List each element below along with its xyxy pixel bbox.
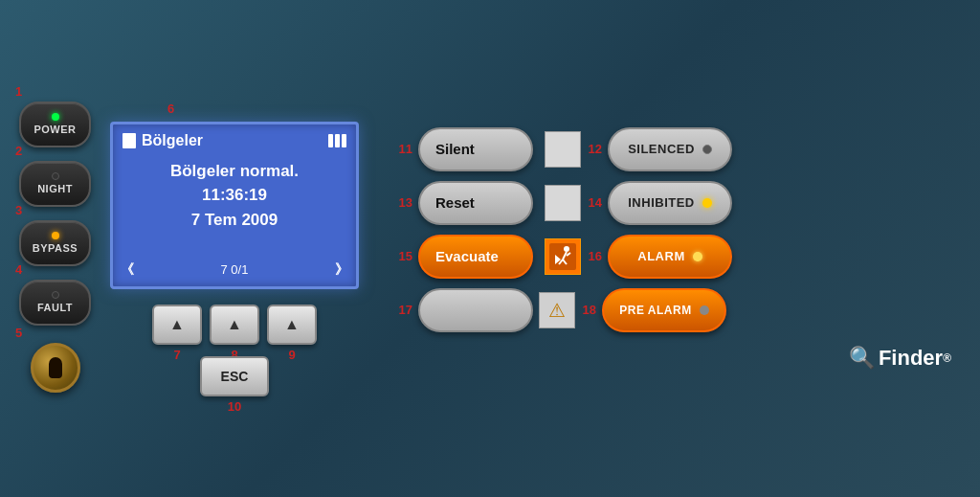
- lcd-signal-bars: [328, 134, 346, 147]
- nav-btn-9-number: 9: [288, 348, 295, 362]
- bypass-led: [52, 232, 59, 239]
- nav-section: ▲ 7 ▲ 8 ▲ 9 ESC 10: [152, 305, 317, 396]
- silenced-label: SILENCED: [628, 142, 695, 156]
- night-number: 2: [15, 144, 22, 158]
- lcd-arrows-right: 》: [335, 261, 348, 279]
- warning-icon-box: ⚠: [539, 292, 575, 328]
- pre-alarm-row: 17 ⚠ 18 PRE ALARM: [397, 288, 961, 332]
- nav-up-2-button[interactable]: ▲: [210, 305, 259, 345]
- pre-alarm-label: PRE ALARM: [619, 304, 691, 317]
- power-label: POWER: [33, 124, 76, 135]
- key-hole: [49, 357, 62, 378]
- alarm-pill: ALARM: [608, 235, 732, 279]
- fault-button-wrapper: 4 FAULT: [19, 280, 91, 326]
- pre-alarm-button[interactable]: [418, 288, 533, 332]
- inhibited-pill-number: 14: [587, 195, 602, 210]
- silent-btn-number: 11: [397, 142, 412, 156]
- power-button-wrapper: 1 POWER: [19, 102, 91, 147]
- night-label: NIGHT: [37, 183, 73, 194]
- nav-btn-8-wrapper: ▲ 8: [210, 305, 259, 345]
- bypass-button[interactable]: BYPASS: [19, 220, 91, 266]
- nav-button-row: ▲ 7 ▲ 8 ▲ 9: [152, 305, 317, 345]
- lcd-bar-1: [328, 134, 333, 147]
- alarm-pill-number: 16: [587, 249, 602, 263]
- alarm-label: ALARM: [637, 249, 684, 263]
- reset-indicator-square: [545, 185, 581, 221]
- silenced-pill: SILENCED: [608, 127, 732, 171]
- pre-alarm-led: [700, 305, 709, 315]
- reset-row: 13 Reset 14 INHIBITED: [397, 181, 961, 225]
- alarm-led: [693, 252, 702, 261]
- key-switch-container: 5: [19, 339, 91, 396]
- lcd-bar-3: [342, 134, 346, 147]
- key-switch-number: 5: [15, 326, 22, 340]
- evacuate-btn-number: 15: [397, 249, 412, 263]
- night-button[interactable]: NIGHT: [19, 161, 91, 207]
- fault-led: [52, 291, 59, 299]
- silent-indicator-square: [545, 131, 581, 168]
- evacuate-label: Evacuate: [435, 248, 499, 264]
- silenced-pill-number: 12: [587, 142, 602, 156]
- main-panel: 1 POWER 2 NIGHT 3 BYPASS 4 FAULT: [0, 0, 980, 497]
- lcd-title: Bölgeler: [142, 132, 323, 149]
- bypass-label: BYPASS: [33, 242, 78, 254]
- esc-wrapper: ESC 10: [200, 352, 269, 396]
- fault-number: 4: [15, 262, 22, 277]
- power-button[interactable]: POWER: [19, 102, 91, 147]
- svg-rect-0: [549, 243, 576, 270]
- silent-label: Silent: [435, 141, 475, 157]
- svg-point-1: [564, 246, 569, 252]
- display-number: 6: [167, 102, 174, 116]
- key-switch[interactable]: [31, 343, 80, 393]
- reset-btn-number: 13: [397, 195, 412, 210]
- finder-name: Finder: [879, 346, 943, 371]
- inhibited-label: INHIBITED: [628, 195, 695, 210]
- reset-label: Reset: [435, 194, 475, 211]
- esc-label: ESC: [221, 369, 249, 384]
- finder-registered: ®: [943, 351, 951, 365]
- finder-logo: 🔍 Finder®: [397, 346, 961, 371]
- lcd-title-bar: Bölgeler: [122, 132, 346, 149]
- lcd-line2: 11:36:19: [122, 183, 346, 208]
- evacuate-row: 15 Evacuate 16 ALARM: [397, 235, 961, 279]
- evacuate-icon: [549, 243, 576, 270]
- lcd-page: 7 0/1: [221, 262, 249, 277]
- lcd-line1: Bölgeler normal.: [122, 159, 346, 184]
- fault-label: FAULT: [37, 302, 73, 313]
- power-number: 1: [15, 84, 22, 99]
- lcd-line3: 7 Tem 2009: [122, 208, 346, 233]
- silent-row: 11 Silent 12 SILENCED: [397, 127, 961, 171]
- nav-up-1-button[interactable]: ▲: [152, 305, 202, 345]
- document-icon: [122, 133, 136, 148]
- lcd-status-bar: 《 7 0/1 》: [121, 261, 348, 279]
- lcd-arrows-left: 《: [121, 261, 134, 279]
- left-button-column: 1 POWER 2 NIGHT 3 BYPASS 4 FAULT: [19, 102, 91, 396]
- pre-alarm-btn-number: 17: [397, 303, 412, 317]
- night-led: [52, 172, 59, 180]
- evacuate-icon-box: [545, 238, 581, 275]
- nav-btn-7-wrapper: ▲ 7: [152, 305, 202, 345]
- nav-btn-9-wrapper: ▲ 9: [267, 305, 317, 345]
- finder-search-icon: 🔍: [849, 346, 875, 371]
- lcd-content: Bölgeler normal. 11:36:19 7 Tem 2009: [122, 159, 346, 233]
- bypass-button-wrapper: 3 BYPASS: [19, 220, 91, 266]
- lcd-bar-2: [335, 134, 340, 147]
- power-led: [52, 113, 59, 121]
- esc-number: 10: [228, 399, 241, 414]
- esc-button[interactable]: ESC: [200, 356, 269, 396]
- lcd-display: Bölgeler Bölgeler normal. 11:36:19 7 Tem…: [110, 122, 359, 289]
- reset-button[interactable]: Reset: [418, 181, 533, 225]
- center-area: 6 Bölgeler Bölgeler normal. 11:36:19 7 T…: [110, 102, 359, 396]
- silenced-led: [702, 145, 712, 154]
- silent-button[interactable]: Silent: [418, 127, 533, 171]
- fault-button[interactable]: FAULT: [19, 280, 91, 326]
- nav-btn-7-number: 7: [173, 348, 180, 362]
- pre-alarm-pill-number: 18: [581, 303, 596, 317]
- nav-up-3-button[interactable]: ▲: [267, 305, 317, 345]
- night-button-wrapper: 2 NIGHT: [19, 161, 91, 207]
- evacuate-button[interactable]: Evacuate: [418, 235, 533, 279]
- inhibited-led: [702, 198, 712, 208]
- right-panel: 11 Silent 12 SILENCED 13 Reset 14 INHIBI…: [397, 127, 961, 371]
- pre-alarm-pill: PRE ALARM: [602, 288, 726, 332]
- inhibited-pill: INHIBITED: [608, 181, 732, 225]
